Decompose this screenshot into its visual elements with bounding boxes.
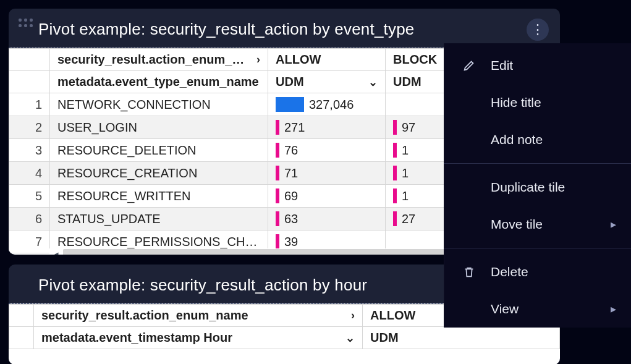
chevron-right-icon: › xyxy=(351,309,355,322)
header-blank xyxy=(9,327,34,349)
value-bar xyxy=(276,143,279,158)
menu-label: Move tile xyxy=(491,217,597,232)
subheader-allow[interactable]: UDM xyxy=(363,327,560,349)
event-type-cell: RESOURCE_DELETION xyxy=(50,139,268,162)
header-label: security_result.action_enum_name xyxy=(41,308,248,323)
allow-value-cell: 271 xyxy=(268,116,386,139)
value-bar xyxy=(276,234,279,249)
value-text: 1 xyxy=(402,189,409,203)
value-bar xyxy=(276,166,279,180)
menu-separator xyxy=(444,248,631,248)
chevron-down-icon: ⌄ xyxy=(345,331,355,345)
tile-header: Pivot example: security_result_action by… xyxy=(9,9,560,48)
row-number: 4 xyxy=(9,162,50,185)
header-label: ALLOW xyxy=(370,308,415,322)
value-bar xyxy=(393,211,397,226)
value-text: 1 xyxy=(402,166,409,180)
header-blank xyxy=(9,71,50,93)
header-label: UDM xyxy=(276,75,304,89)
menu-item-edit[interactable]: Edit xyxy=(444,47,631,84)
menu-item-add-note[interactable]: Add note xyxy=(444,121,631,158)
header-blank xyxy=(9,49,50,71)
tile-options-button[interactable]: ⋮ xyxy=(527,19,549,41)
value-text: 76 xyxy=(284,143,298,158)
value-bar xyxy=(393,120,397,135)
menu-item-duplicate[interactable]: Duplicate tile xyxy=(444,169,631,206)
value-bar xyxy=(276,188,279,203)
value-bar xyxy=(276,97,304,112)
scroll-left-icon[interactable]: ◂ xyxy=(49,248,63,255)
submenu-caret-icon: ▸ xyxy=(611,218,616,231)
menu-item-delete[interactable]: Delete xyxy=(444,253,631,290)
header-event-type[interactable]: metadata.event_type_enum_name xyxy=(50,71,268,93)
pencil-icon xyxy=(461,59,477,72)
value-bar xyxy=(276,211,279,226)
header-timestamp-hour[interactable]: metadata.event_timestamp Hour ⌄ xyxy=(34,327,363,349)
value-text: 71 xyxy=(284,166,298,180)
menu-item-hide-title[interactable]: Hide title xyxy=(444,84,631,121)
allow-value-cell: 327,046 xyxy=(268,93,386,116)
value-bar xyxy=(393,166,397,180)
row-number: 5 xyxy=(9,185,50,208)
drag-handle-icon[interactable] xyxy=(19,19,32,32)
chevron-right-icon: › xyxy=(256,53,260,66)
header-label: ALLOW xyxy=(276,53,321,66)
header-action-enum[interactable]: security_result.action_enum_name › xyxy=(50,49,268,71)
header-label: UDM xyxy=(370,331,399,344)
row-number: 1 xyxy=(9,93,50,116)
allow-value-cell: 63 xyxy=(268,208,386,231)
event-type-cell: NETWORK_CONNECTION xyxy=(50,93,268,116)
value-text: 63 xyxy=(284,212,298,226)
header-label: BLOCK xyxy=(393,53,437,66)
header-label: security_result.action_enum_name xyxy=(57,53,252,67)
event-type-cell: STATUS_UPDATE xyxy=(50,208,268,231)
row-number: 3 xyxy=(9,139,50,162)
trash-icon xyxy=(461,265,477,279)
subheader-allow[interactable]: UDM ⌄ xyxy=(268,71,386,93)
row-number: 6 xyxy=(9,208,50,231)
value-bar xyxy=(276,120,279,135)
value-bar xyxy=(393,188,397,203)
menu-label: Hide title xyxy=(491,95,616,110)
column-allow[interactable]: ALLOW xyxy=(268,49,386,71)
value-text: 39 xyxy=(284,235,298,249)
tile-title: Pivot example: security_result_action by… xyxy=(38,276,367,294)
menu-separator xyxy=(444,163,631,164)
value-text: 1 xyxy=(402,143,409,158)
header-label: UDM xyxy=(393,75,421,88)
chevron-down-icon: ⌄ xyxy=(368,75,378,89)
menu-label: Duplicate tile xyxy=(491,180,616,195)
allow-value-cell: 76 xyxy=(268,139,386,162)
menu-label: Delete xyxy=(491,265,616,279)
header-label: metadata.event_timestamp Hour xyxy=(41,331,232,345)
value-text: 271 xyxy=(284,121,305,135)
value-text: 27 xyxy=(402,212,415,226)
allow-value-cell: 69 xyxy=(268,185,386,208)
value-text: 97 xyxy=(402,121,415,135)
allow-value-cell: 71 xyxy=(268,162,386,185)
value-text: 327,046 xyxy=(309,98,354,112)
value-text: 69 xyxy=(284,189,298,203)
header-action-enum[interactable]: security_result.action_enum_name › xyxy=(34,305,363,327)
event-type-cell: USER_LOGIN xyxy=(50,116,268,139)
value-bar xyxy=(393,143,397,158)
tile-title: Pivot example: security_result_action by… xyxy=(38,20,415,38)
row-number: 2 xyxy=(9,116,50,139)
event-type-cell: RESOURCE_WRITTEN xyxy=(50,185,268,208)
row-number: 7 xyxy=(9,231,50,253)
header-blank xyxy=(9,305,34,327)
menu-label: Edit xyxy=(491,58,616,73)
tile-context-menu: Edit Hide title Add note Duplicate tile … xyxy=(444,43,631,328)
header-label: metadata.event_type_enum_name xyxy=(57,75,259,88)
menu-item-move[interactable]: Move tile ▸ xyxy=(444,206,631,243)
menu-item-view[interactable]: View ▸ xyxy=(444,290,631,328)
menu-label: Add note xyxy=(491,132,616,147)
event-type-cell: RESOURCE_CREATION xyxy=(50,162,268,185)
submenu-caret-icon: ▸ xyxy=(611,302,616,316)
menu-label: View xyxy=(491,302,597,316)
